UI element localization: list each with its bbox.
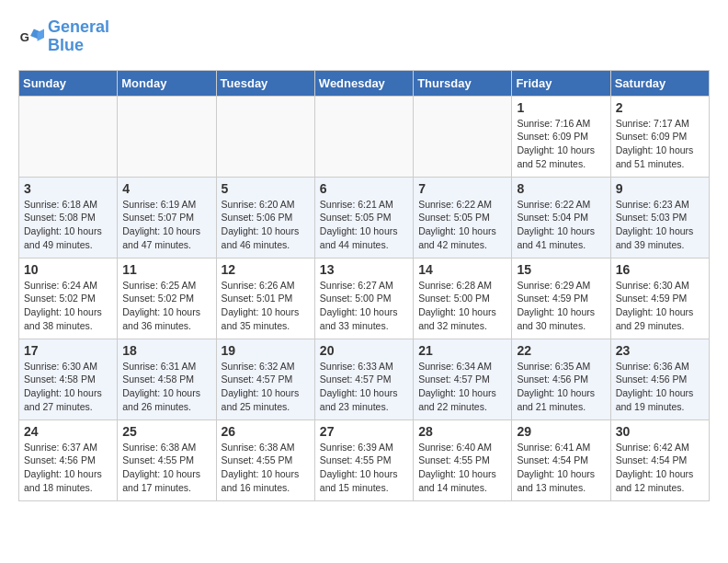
calendar-cell: 1Sunrise: 7:16 AM Sunset: 6:09 PM Daylig…	[512, 96, 610, 177]
header-thursday: Thursday	[414, 70, 512, 96]
calendar-cell: 8Sunrise: 6:22 AM Sunset: 5:04 PM Daylig…	[512, 177, 610, 258]
day-number: 8	[517, 181, 605, 196]
day-number: 28	[418, 424, 506, 439]
calendar-cell: 19Sunrise: 6:32 AM Sunset: 4:57 PM Dayli…	[216, 339, 314, 419]
calendar-cell: 16Sunrise: 6:30 AM Sunset: 4:59 PM Dayli…	[610, 258, 709, 339]
day-number: 21	[418, 343, 506, 358]
day-number: 27	[320, 424, 408, 439]
calendar-cell: 29Sunrise: 6:41 AM Sunset: 4:54 PM Dayli…	[512, 419, 610, 500]
header-row: SundayMondayTuesdayWednesdayThursdayFrid…	[19, 70, 710, 96]
page-header: G General Blue	[18, 18, 710, 55]
calendar-cell	[414, 96, 512, 177]
header-saturday: Saturday	[610, 70, 709, 96]
day-info: Sunrise: 6:36 AM Sunset: 4:56 PM Dayligh…	[616, 360, 704, 414]
svg-text:G: G	[20, 29, 29, 43]
logo-icon: G	[18, 24, 44, 50]
day-number: 14	[418, 262, 506, 277]
calendar-cell: 6Sunrise: 6:21 AM Sunset: 5:05 PM Daylig…	[314, 177, 413, 258]
day-info: Sunrise: 6:37 AM Sunset: 4:56 PM Dayligh…	[24, 441, 112, 495]
header-monday: Monday	[118, 70, 216, 96]
day-number: 23	[616, 343, 704, 358]
day-info: Sunrise: 6:34 AM Sunset: 4:57 PM Dayligh…	[418, 360, 506, 414]
calendar-cell: 22Sunrise: 6:35 AM Sunset: 4:56 PM Dayli…	[512, 339, 610, 419]
day-info: Sunrise: 6:33 AM Sunset: 4:57 PM Dayligh…	[320, 360, 408, 414]
day-number: 29	[517, 424, 605, 439]
header-wednesday: Wednesday	[314, 70, 413, 96]
header-sunday: Sunday	[19, 70, 118, 96]
day-number: 5	[222, 181, 310, 196]
day-info: Sunrise: 6:32 AM Sunset: 4:57 PM Dayligh…	[222, 360, 310, 414]
week-row-4: 17Sunrise: 6:30 AM Sunset: 4:58 PM Dayli…	[19, 339, 710, 419]
calendar-cell	[118, 96, 216, 177]
calendar-cell: 2Sunrise: 7:17 AM Sunset: 6:09 PM Daylig…	[610, 96, 709, 177]
calendar-cell: 12Sunrise: 6:26 AM Sunset: 5:01 PM Dayli…	[216, 258, 314, 339]
calendar-cell: 26Sunrise: 6:38 AM Sunset: 4:55 PM Dayli…	[216, 419, 314, 500]
day-info: Sunrise: 6:25 AM Sunset: 5:02 PM Dayligh…	[122, 279, 210, 333]
calendar-cell: 27Sunrise: 6:39 AM Sunset: 4:55 PM Dayli…	[314, 419, 413, 500]
day-number: 25	[122, 424, 210, 439]
logo: G General Blue	[18, 18, 109, 55]
calendar-cell: 24Sunrise: 6:37 AM Sunset: 4:56 PM Dayli…	[19, 419, 118, 500]
day-number: 22	[517, 343, 605, 358]
calendar-cell: 17Sunrise: 6:30 AM Sunset: 4:58 PM Dayli…	[19, 339, 118, 419]
day-info: Sunrise: 6:41 AM Sunset: 4:54 PM Dayligh…	[517, 441, 605, 495]
day-number: 9	[616, 181, 704, 196]
header-tuesday: Tuesday	[216, 70, 314, 96]
day-info: Sunrise: 6:19 AM Sunset: 5:07 PM Dayligh…	[122, 198, 210, 252]
day-info: Sunrise: 6:22 AM Sunset: 5:04 PM Dayligh…	[517, 198, 605, 252]
day-number: 3	[24, 181, 112, 196]
day-number: 4	[122, 181, 210, 196]
day-number: 10	[24, 262, 112, 277]
calendar-cell: 10Sunrise: 6:24 AM Sunset: 5:02 PM Dayli…	[19, 258, 118, 339]
day-info: Sunrise: 6:40 AM Sunset: 4:55 PM Dayligh…	[418, 441, 506, 495]
calendar-cell: 18Sunrise: 6:31 AM Sunset: 4:58 PM Dayli…	[118, 339, 216, 419]
day-number: 17	[24, 343, 112, 358]
day-info: Sunrise: 6:38 AM Sunset: 4:55 PM Dayligh…	[122, 441, 210, 495]
day-number: 24	[24, 424, 112, 439]
day-number: 6	[320, 181, 408, 196]
day-number: 20	[320, 343, 408, 358]
week-row-3: 10Sunrise: 6:24 AM Sunset: 5:02 PM Dayli…	[19, 258, 710, 339]
day-info: Sunrise: 6:21 AM Sunset: 5:05 PM Dayligh…	[320, 198, 408, 252]
calendar-cell: 5Sunrise: 6:20 AM Sunset: 5:06 PM Daylig…	[216, 177, 314, 258]
calendar-cell: 21Sunrise: 6:34 AM Sunset: 4:57 PM Dayli…	[414, 339, 512, 419]
calendar-cell: 20Sunrise: 6:33 AM Sunset: 4:57 PM Dayli…	[314, 339, 413, 419]
day-info: Sunrise: 6:39 AM Sunset: 4:55 PM Dayligh…	[320, 441, 408, 495]
day-info: Sunrise: 6:24 AM Sunset: 5:02 PM Dayligh…	[24, 279, 112, 333]
calendar-cell: 14Sunrise: 6:28 AM Sunset: 5:00 PM Dayli…	[414, 258, 512, 339]
calendar-cell	[19, 96, 118, 177]
day-info: Sunrise: 6:30 AM Sunset: 4:58 PM Dayligh…	[24, 360, 112, 414]
week-row-1: 1Sunrise: 7:16 AM Sunset: 6:09 PM Daylig…	[19, 96, 710, 177]
day-info: Sunrise: 6:23 AM Sunset: 5:03 PM Dayligh…	[616, 198, 704, 252]
calendar-cell	[314, 96, 413, 177]
day-info: Sunrise: 6:31 AM Sunset: 4:58 PM Dayligh…	[122, 360, 210, 414]
day-number: 13	[320, 262, 408, 277]
calendar-cell: 7Sunrise: 6:22 AM Sunset: 5:05 PM Daylig…	[414, 177, 512, 258]
calendar-cell: 25Sunrise: 6:38 AM Sunset: 4:55 PM Dayli…	[118, 419, 216, 500]
day-number: 2	[616, 100, 704, 115]
calendar-cell: 9Sunrise: 6:23 AM Sunset: 5:03 PM Daylig…	[610, 177, 709, 258]
day-info: Sunrise: 7:16 AM Sunset: 6:09 PM Dayligh…	[517, 117, 605, 171]
calendar-cell: 4Sunrise: 6:19 AM Sunset: 5:07 PM Daylig…	[118, 177, 216, 258]
calendar-cell: 23Sunrise: 6:36 AM Sunset: 4:56 PM Dayli…	[610, 339, 709, 419]
calendar-cell: 28Sunrise: 6:40 AM Sunset: 4:55 PM Dayli…	[414, 419, 512, 500]
day-info: Sunrise: 6:30 AM Sunset: 4:59 PM Dayligh…	[616, 279, 704, 333]
week-row-5: 24Sunrise: 6:37 AM Sunset: 4:56 PM Dayli…	[19, 419, 710, 500]
day-number: 7	[418, 181, 506, 196]
calendar-table: SundayMondayTuesdayWednesdayThursdayFrid…	[18, 70, 710, 501]
day-number: 16	[616, 262, 704, 277]
calendar-cell: 13Sunrise: 6:27 AM Sunset: 5:00 PM Dayli…	[314, 258, 413, 339]
calendar-cell	[216, 96, 314, 177]
day-info: Sunrise: 6:22 AM Sunset: 5:05 PM Dayligh…	[418, 198, 506, 252]
day-number: 18	[122, 343, 210, 358]
day-number: 30	[616, 424, 704, 439]
calendar-cell: 30Sunrise: 6:42 AM Sunset: 4:54 PM Dayli…	[610, 419, 709, 500]
logo-text: General Blue	[48, 18, 109, 55]
day-number: 12	[222, 262, 310, 277]
calendar-cell: 3Sunrise: 6:18 AM Sunset: 5:08 PM Daylig…	[19, 177, 118, 258]
day-number: 1	[517, 100, 605, 115]
day-number: 15	[517, 262, 605, 277]
day-info: Sunrise: 7:17 AM Sunset: 6:09 PM Dayligh…	[616, 117, 704, 171]
day-info: Sunrise: 6:18 AM Sunset: 5:08 PM Dayligh…	[24, 198, 112, 252]
day-info: Sunrise: 6:27 AM Sunset: 5:00 PM Dayligh…	[320, 279, 408, 333]
